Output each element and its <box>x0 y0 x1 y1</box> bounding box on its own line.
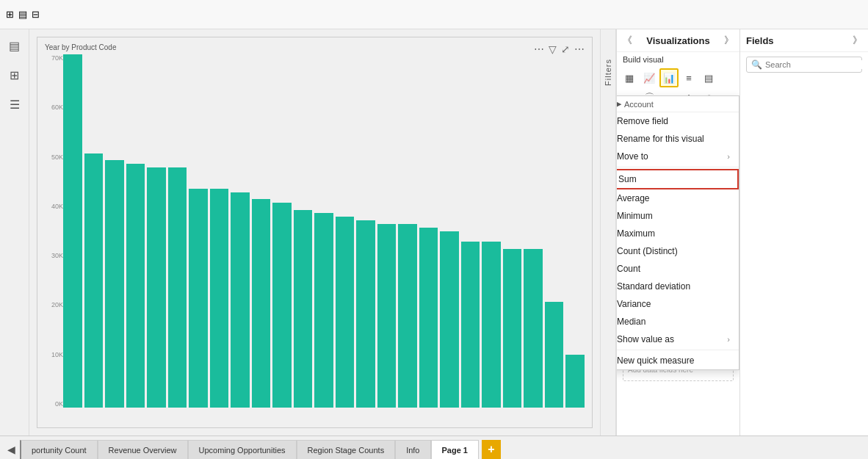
viz-panel-title: Visualizations <box>646 35 709 46</box>
viz-icons-row-1: ▦ 📈 📊 ≡ ▤ <box>620 68 737 87</box>
context-menu-item-standard-deviation[interactable]: Standard deviation <box>616 278 739 295</box>
page-tab-5[interactable]: Page 1 <box>431 440 479 459</box>
chart-dots-icon[interactable]: ⋯ <box>574 43 585 55</box>
search-icon: 🔍 <box>751 59 762 70</box>
fields-expand-right[interactable]: 》 <box>853 34 862 47</box>
left-icon-data[interactable]: ⊞ <box>4 65 25 85</box>
tab-nav-left[interactable]: ◀ <box>3 440 20 459</box>
bar-item[interactable] <box>210 189 229 408</box>
bar-item[interactable] <box>147 167 166 408</box>
chart-toolbar: ⋯ ▽ ⤢ ⋯ <box>534 43 585 55</box>
viz-icon-stacked[interactable]: ≡ <box>679 68 698 87</box>
context-menu-item-count-(distinct)[interactable]: Count (Distinct) <box>616 242 739 260</box>
bar-item[interactable] <box>105 160 124 408</box>
bar-item[interactable] <box>482 242 501 408</box>
bar-chart: 70K 60K 50K 40K 30K 20K 10K 0K <box>37 54 592 422</box>
viz-expand-right[interactable]: 》 <box>724 34 734 47</box>
chart-frame: ⋯ ▽ ⤢ ⋯ Year by Product Code 70K 60K 50K… <box>37 37 593 428</box>
bar-item[interactable] <box>503 249 522 408</box>
fields-search-box[interactable]: 🔍 <box>746 57 862 73</box>
bar-item[interactable] <box>524 249 543 408</box>
search-input[interactable] <box>765 60 867 69</box>
left-icon-model[interactable]: ☰ <box>4 94 25 115</box>
context-menu-item-rename-for-this-visual[interactable]: Rename for this visual <box>616 130 739 148</box>
bar-item[interactable] <box>545 302 564 408</box>
toolbar-icon-3[interactable]: ⊟ <box>32 9 40 20</box>
context-menu-item-median[interactable]: Median <box>616 313 739 330</box>
bar-item[interactable] <box>189 189 208 408</box>
bar-item[interactable] <box>272 203 292 408</box>
submenu-arrow-icon: › <box>727 335 730 344</box>
submenu-arrow-icon: › <box>727 152 730 161</box>
bar-item[interactable] <box>336 217 355 408</box>
page-tab-2[interactable]: Upcoming Opportunities <box>188 440 297 459</box>
chart-filter-icon[interactable]: ▽ <box>549 43 557 55</box>
context-menu-divider-2 <box>616 350 739 350</box>
page-tab-4[interactable]: Info <box>395 440 430 459</box>
main-layout: ▤ ⊞ ☰ ⋯ ▽ ⤢ ⋯ Year by Product Code 70K 6… <box>0 29 868 435</box>
context-menu-item-show-value-as[interactable]: Show value as› <box>616 330 739 348</box>
bar-item[interactable] <box>565 355 585 408</box>
build-visual-label: Build visual <box>617 52 739 67</box>
bar-item[interactable] <box>231 192 250 408</box>
toolbar-icon-2[interactable]: ▤ <box>18 9 27 20</box>
bar-item[interactable] <box>461 242 480 408</box>
bar-item[interactable] <box>314 213 333 408</box>
context-menu-items: Remove fieldRename for this visualMove t… <box>616 112 739 369</box>
viz-icon-clustered-bar[interactable]: 📊 <box>659 68 679 87</box>
chart-title: Year by Product Code <box>45 43 585 51</box>
bar-item[interactable] <box>252 199 271 408</box>
viz-panel: 《 Visualizations 》 Build visual ▦ 📈 📊 ≡ … <box>616 29 739 435</box>
context-menu-item-new-quick-measure[interactable]: New quick measure <box>616 352 739 369</box>
canvas-area: ⋯ ▽ ⤢ ⋯ Year by Product Code 70K 60K 50K… <box>29 29 600 435</box>
bar-item[interactable] <box>84 153 104 408</box>
left-icon-report[interactable]: ▤ <box>4 35 25 56</box>
page-tab-0[interactable]: portunity Count <box>20 440 98 459</box>
top-toolbar: ⊞ ▤ ⊟ <box>0 0 868 29</box>
toolbar-icon-1[interactable]: ⊞ <box>6 9 14 20</box>
context-menu-item-average[interactable]: Average <box>616 189 739 207</box>
context-menu-item-sum[interactable]: Sum <box>616 169 739 189</box>
viz-icon-barchart[interactable]: ▦ <box>620 68 639 87</box>
chart-expand-icon[interactable]: ⤢ <box>561 43 570 55</box>
add-page-button[interactable]: + <box>482 440 501 459</box>
context-menu-item-count[interactable]: Count <box>616 260 739 278</box>
viz-panel-header: 《 Visualizations 》 <box>617 29 739 52</box>
page-tab-3[interactable]: Region Stage Counts <box>297 440 396 459</box>
bar-chart-inner <box>63 54 585 408</box>
filters-label: Filters <box>604 59 612 86</box>
bottom-tabs: ◀ portunity CountRevenue OverviewUpcomin… <box>0 435 868 459</box>
fields-panel-header: Fields 》 <box>740 29 868 52</box>
context-menu-account-label: Account <box>624 100 654 109</box>
context-menu-item-move-to[interactable]: Move to› <box>616 148 739 165</box>
context-menu-item-minimum[interactable]: Minimum <box>616 207 739 225</box>
fields-panel: Fields 》 🔍 <box>739 29 868 435</box>
viz-collapse-left[interactable]: 《 <box>623 34 632 47</box>
bar-item[interactable] <box>440 231 459 408</box>
bar-item[interactable] <box>398 224 417 408</box>
page-tab-1[interactable]: Revenue Overview <box>98 440 188 459</box>
bar-item[interactable] <box>63 54 82 408</box>
viz-icon-linechart[interactable]: 📈 <box>640 68 659 87</box>
viz-icon-100pct[interactable]: ▤ <box>699 68 718 87</box>
chart-more-icon[interactable]: ⋯ <box>534 43 544 55</box>
bar-item[interactable] <box>294 210 313 408</box>
bar-item[interactable] <box>356 220 375 408</box>
page-tabs: portunity CountRevenue OverviewUpcoming … <box>20 440 479 459</box>
fields-panel-title: Fields <box>746 35 774 46</box>
context-menu-item-variance[interactable]: Variance <box>616 295 739 313</box>
context-menu-divider <box>616 167 739 167</box>
context-menu-item-maximum[interactable]: Maximum <box>616 225 739 242</box>
context-menu-header: ▶ Account <box>616 96 739 112</box>
bar-item[interactable] <box>419 228 438 408</box>
filters-strip: Filters <box>600 29 616 435</box>
context-menu: ▶ Account Remove fieldRename for this vi… <box>616 95 739 370</box>
bar-item[interactable] <box>377 224 397 408</box>
left-panel: ▤ ⊞ ☰ <box>0 29 29 435</box>
context-menu-item-remove-field[interactable]: Remove field <box>616 112 739 130</box>
context-menu-expand-icon: ▶ <box>616 99 621 109</box>
bar-item[interactable] <box>168 167 187 408</box>
y-axis: 70K 60K 50K 40K 30K 20K 10K 0K <box>45 54 63 408</box>
bar-item[interactable] <box>126 164 145 408</box>
